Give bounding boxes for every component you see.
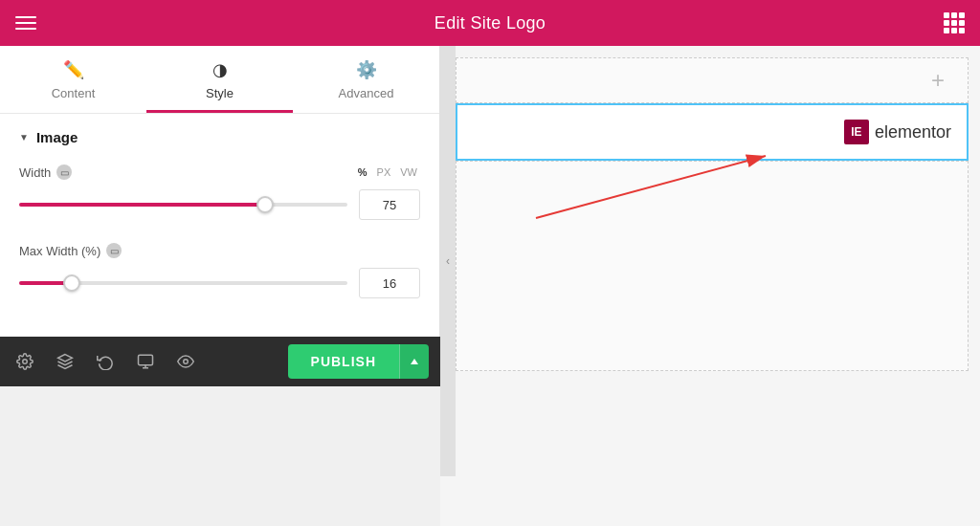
empty-section bbox=[456, 161, 969, 371]
canvas-content: + IE elementor bbox=[456, 46, 980, 371]
style-icon: ◑ bbox=[212, 59, 228, 80]
elementor-logo-text: elementor bbox=[875, 122, 951, 142]
add-section-area[interactable]: + bbox=[456, 57, 969, 103]
main-layout: ✏️ Content ◑ Style ⚙️ Advanced ▼ Image bbox=[0, 46, 980, 526]
bottom-toolbar: PUBLISH bbox=[0, 337, 440, 386]
width-input[interactable]: 75 bbox=[359, 189, 420, 220]
max-width-input[interactable]: 16 bbox=[359, 268, 420, 298]
chevron-down-icon: ▼ bbox=[19, 132, 29, 142]
tab-advanced[interactable]: ⚙️ Advanced bbox=[293, 46, 439, 113]
layers-icon[interactable] bbox=[52, 348, 78, 375]
section-title: Image bbox=[36, 129, 78, 145]
width-label: Width bbox=[19, 165, 51, 180]
width-slider-row: 75 bbox=[19, 189, 420, 220]
width-slider[interactable] bbox=[19, 195, 347, 214]
collapse-arrow-icon: ‹ bbox=[446, 254, 450, 268]
logo-section: IE elementor bbox=[456, 103, 969, 161]
settings-icon[interactable] bbox=[11, 348, 38, 375]
responsive-icon[interactable] bbox=[132, 348, 159, 375]
max-width-label-row: Max Width (%) ▭ bbox=[19, 243, 420, 258]
tab-content-label: Content bbox=[52, 86, 96, 100]
publish-button[interactable]: PUBLISH bbox=[288, 344, 399, 379]
image-section-header: ▼ Image bbox=[19, 129, 420, 145]
tab-content[interactable]: ✏️ Content bbox=[0, 46, 146, 113]
editor-panel: ✏️ Content ◑ Style ⚙️ Advanced ▼ Image bbox=[0, 46, 440, 337]
tab-bar: ✏️ Content ◑ Style ⚙️ Advanced bbox=[0, 46, 439, 114]
panel-collapse-handle[interactable]: ‹ bbox=[440, 46, 456, 476]
width-field: Width ▭ % PX VW bbox=[19, 164, 420, 220]
unit-vw[interactable]: VW bbox=[397, 165, 420, 179]
left-panel: ✏️ Content ◑ Style ⚙️ Advanced ▼ Image bbox=[0, 46, 440, 526]
history-icon[interactable] bbox=[92, 348, 119, 375]
tab-style-label: Style bbox=[206, 86, 234, 100]
header: Edit Site Logo bbox=[0, 0, 980, 46]
max-width-field: Max Width (%) ▭ 16 bbox=[19, 243, 420, 298]
max-width-slider-row: 16 bbox=[19, 268, 420, 298]
add-section-icon[interactable]: + bbox=[931, 67, 945, 94]
publish-button-group: PUBLISH bbox=[288, 344, 429, 379]
svg-point-5 bbox=[184, 360, 189, 364]
tab-advanced-label: Advanced bbox=[339, 86, 394, 100]
svg-rect-2 bbox=[139, 355, 153, 365]
width-label-row: Width ▭ % PX VW bbox=[19, 164, 420, 180]
svg-marker-6 bbox=[411, 359, 418, 364]
page-title: Edit Site Logo bbox=[434, 13, 546, 33]
tab-style[interactable]: ◑ Style bbox=[146, 46, 293, 113]
elementor-logo: IE elementor bbox=[844, 120, 951, 144]
elementor-icon-letter: IE bbox=[851, 125, 861, 139]
elementor-logo-icon: IE bbox=[844, 120, 869, 144]
max-width-info-icon[interactable]: ▭ bbox=[106, 243, 122, 258]
svg-marker-1 bbox=[58, 355, 73, 362]
svg-point-0 bbox=[23, 360, 28, 364]
menu-icon[interactable] bbox=[15, 16, 36, 30]
unit-percent[interactable]: % bbox=[355, 165, 370, 179]
preview-icon[interactable] bbox=[172, 348, 199, 375]
apps-icon[interactable] bbox=[944, 12, 965, 33]
gear-icon: ⚙️ bbox=[356, 59, 377, 80]
width-info-icon[interactable]: ▭ bbox=[56, 164, 72, 180]
canvas-area: ‹ + IE elementor bbox=[440, 46, 980, 526]
publish-arrow-button[interactable] bbox=[399, 344, 429, 379]
pencil-icon: ✏️ bbox=[63, 59, 84, 80]
max-width-slider[interactable] bbox=[19, 274, 347, 293]
unit-px[interactable]: PX bbox=[374, 165, 394, 179]
panel-content: ▼ Image Width ▭ % PX VW bbox=[0, 114, 439, 337]
max-width-label: Max Width (%) bbox=[19, 244, 100, 258]
